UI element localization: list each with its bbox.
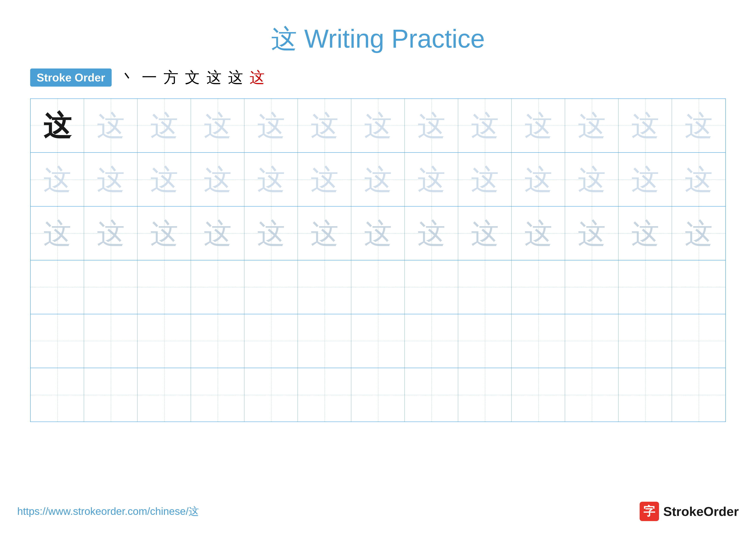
grid-cell-6-7[interactable] [351, 368, 405, 421]
grid-cell-6-4[interactable] [191, 368, 244, 421]
grid-cell-2-7: 这 [351, 153, 405, 206]
grid-cell-5-8[interactable] [405, 314, 458, 368]
grid-cell-1-6: 这 [298, 99, 351, 152]
grid-cell-6-10[interactable] [512, 368, 565, 421]
grid-row-3: 这 这 这 这 这 这 这 这 这 这 这 这 这 [31, 207, 725, 261]
grid-row-2: 这 这 这 这 这 这 这 这 这 这 这 这 这 [31, 153, 725, 207]
grid-cell-3-5: 这 [244, 207, 298, 260]
grid-cell-3-2: 这 [84, 207, 138, 260]
footer: https://www.strokeorder.com/chinese/这 字 … [17, 502, 739, 521]
grid-cell-6-1[interactable] [31, 368, 84, 421]
grid-cell-2-3: 这 [138, 153, 191, 206]
title-section: 这 Writing Practice [17, 21, 739, 57]
practice-grid: 这 这 这 这 这 这 这 这 这 这 这 这 这 这 这 这 这 这 这 这 … [30, 98, 726, 422]
stroke-3: 方 [163, 67, 178, 88]
grid-cell-4-7[interactable] [351, 261, 405, 314]
grid-cell-5-2[interactable] [84, 314, 138, 368]
grid-cell-4-6[interactable] [298, 261, 351, 314]
grid-cell-1-1: 这 [31, 99, 84, 152]
grid-cell-5-10[interactable] [512, 314, 565, 368]
grid-cell-5-3[interactable] [138, 314, 191, 368]
grid-cell-1-12: 这 [618, 99, 672, 152]
stroke-1: 丶 [120, 67, 135, 88]
grid-cell-5-7[interactable] [351, 314, 405, 368]
grid-cell-4-4[interactable] [191, 261, 244, 314]
grid-row-4 [31, 261, 725, 314]
grid-row-1: 这 这 这 这 这 这 这 这 这 这 这 这 这 [31, 99, 725, 153]
grid-cell-4-10[interactable] [512, 261, 565, 314]
grid-cell-2-8: 这 [405, 153, 458, 206]
page-title: 这 Writing Practice [271, 24, 485, 53]
stroke-6: 这 [228, 67, 243, 88]
grid-cell-2-12: 这 [618, 153, 672, 206]
grid-cell-2-1: 这 [31, 153, 84, 206]
grid-cell-5-13[interactable] [672, 314, 725, 368]
grid-cell-6-11[interactable] [565, 368, 618, 421]
grid-cell-1-8: 这 [405, 99, 458, 152]
grid-cell-4-1[interactable] [31, 261, 84, 314]
grid-cell-4-2[interactable] [84, 261, 138, 314]
grid-cell-2-9: 这 [458, 153, 512, 206]
grid-cell-3-7: 这 [351, 207, 405, 260]
grid-cell-4-8[interactable] [405, 261, 458, 314]
grid-cell-3-6: 这 [298, 207, 351, 260]
stroke-2: 一 [142, 67, 157, 88]
char-dark: 这 [43, 112, 71, 140]
grid-cell-4-5[interactable] [244, 261, 298, 314]
grid-cell-5-6[interactable] [298, 314, 351, 368]
page-container: 这 Writing Practice Stroke Order 丶 一 方 文 … [0, 0, 756, 534]
grid-cell-3-1: 这 [31, 207, 84, 260]
grid-cell-6-2[interactable] [84, 368, 138, 421]
grid-cell-6-6[interactable] [298, 368, 351, 421]
grid-cell-1-9: 这 [458, 99, 512, 152]
grid-cell-6-3[interactable] [138, 368, 191, 421]
grid-cell-3-4: 这 [191, 207, 244, 260]
footer-url: https://www.strokeorder.com/chinese/这 [17, 504, 199, 518]
grid-cell-3-13: 这 [672, 207, 725, 260]
grid-cell-1-4: 这 [191, 99, 244, 152]
grid-cell-4-13[interactable] [672, 261, 725, 314]
stroke-5: 这 [206, 67, 222, 88]
grid-cell-6-8[interactable] [405, 368, 458, 421]
logo-name: StrokeOrder [663, 504, 739, 519]
footer-logo: 字 StrokeOrder [640, 502, 739, 521]
grid-cell-2-11: 这 [565, 153, 618, 206]
grid-cell-5-11[interactable] [565, 314, 618, 368]
grid-cell-6-5[interactable] [244, 368, 298, 421]
grid-cell-1-3: 这 [138, 99, 191, 152]
stroke-order-badge: Stroke Order [30, 68, 112, 87]
grid-cell-6-12[interactable] [618, 368, 672, 421]
grid-cell-4-12[interactable] [618, 261, 672, 314]
grid-cell-4-11[interactable] [565, 261, 618, 314]
grid-cell-1-7: 这 [351, 99, 405, 152]
stroke-7-red: 这 [250, 67, 265, 88]
grid-cell-3-12: 这 [618, 207, 672, 260]
grid-cell-5-1[interactable] [31, 314, 84, 368]
grid-cell-5-4[interactable] [191, 314, 244, 368]
stroke-sequence: 丶 一 方 文 这 这 这 [120, 67, 265, 88]
grid-row-6 [31, 368, 725, 421]
grid-cell-2-2: 这 [84, 153, 138, 206]
grid-cell-2-6: 这 [298, 153, 351, 206]
grid-cell-3-11: 这 [565, 207, 618, 260]
grid-cell-5-5[interactable] [244, 314, 298, 368]
grid-row-5 [31, 314, 725, 368]
grid-cell-6-9[interactable] [458, 368, 512, 421]
grid-cell-1-11: 这 [565, 99, 618, 152]
logo-icon: 字 [640, 502, 659, 521]
grid-cell-4-9[interactable] [458, 261, 512, 314]
grid-cell-3-8: 这 [405, 207, 458, 260]
grid-cell-3-3: 这 [138, 207, 191, 260]
grid-cell-3-9: 这 [458, 207, 512, 260]
stroke-4: 文 [185, 67, 200, 88]
grid-cell-1-10: 这 [512, 99, 565, 152]
grid-cell-2-13: 这 [672, 153, 725, 206]
grid-cell-6-13[interactable] [672, 368, 725, 421]
grid-cell-5-12[interactable] [618, 314, 672, 368]
grid-cell-1-13: 这 [672, 99, 725, 152]
grid-cell-4-3[interactable] [138, 261, 191, 314]
grid-cell-1-2: 这 [84, 99, 138, 152]
grid-cell-3-10: 这 [512, 207, 565, 260]
grid-cell-1-5: 这 [244, 99, 298, 152]
grid-cell-5-9[interactable] [458, 314, 512, 368]
